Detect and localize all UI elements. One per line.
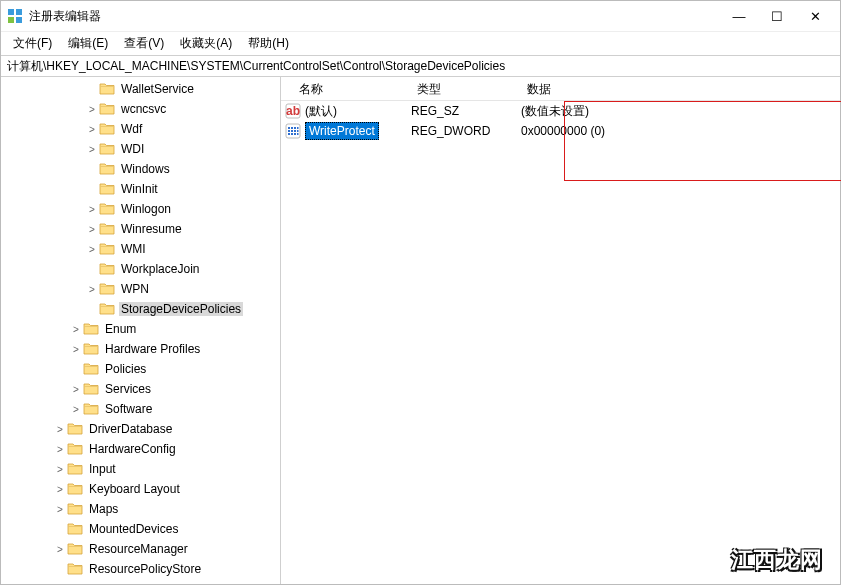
folder-icon: [67, 502, 83, 516]
folder-icon: [99, 302, 115, 316]
expander-icon[interactable]: >: [53, 464, 67, 475]
folder-icon: [83, 382, 99, 396]
value-data: 0x00000000 (0): [521, 123, 605, 139]
value-row[interactable]: ab(默认)REG_SZ(数值未设置): [281, 101, 840, 121]
tree-item[interactable]: MountedDevices: [1, 519, 280, 539]
expander-icon[interactable]: >: [85, 124, 99, 135]
folder-icon: [83, 342, 99, 356]
expander-icon[interactable]: >: [85, 244, 99, 255]
tree-item[interactable]: >WDI: [1, 139, 280, 159]
svg-text:ab: ab: [286, 104, 300, 118]
dword-value-icon: [285, 123, 301, 139]
expander-icon[interactable]: >: [69, 384, 83, 395]
tree-label: Wdf: [119, 122, 144, 136]
column-type[interactable]: 类型: [411, 77, 521, 100]
tree-label: ResourceManager: [87, 542, 190, 556]
tree-item[interactable]: >Maps: [1, 499, 280, 519]
folder-icon: [83, 362, 99, 376]
menu-file[interactable]: 文件(F): [5, 33, 60, 54]
tree-label: DriverDatabase: [87, 422, 174, 436]
value-name: WriteProtect: [305, 122, 379, 140]
menubar: 文件(F) 编辑(E) 查看(V) 收藏夹(A) 帮助(H): [1, 31, 840, 55]
minimize-button[interactable]: —: [720, 1, 758, 31]
menu-edit[interactable]: 编辑(E): [60, 33, 116, 54]
tree-item[interactable]: WalletService: [1, 79, 280, 99]
titlebar[interactable]: 注册表编辑器 — ☐ ✕: [1, 1, 840, 31]
folder-icon: [99, 142, 115, 156]
svg-rect-17: [294, 133, 296, 135]
tree-label: Hardware Profiles: [103, 342, 202, 356]
column-data[interactable]: 数据: [521, 77, 840, 100]
string-value-icon: ab: [285, 103, 301, 119]
window-title: 注册表编辑器: [29, 8, 720, 25]
menu-favorites[interactable]: 收藏夹(A): [172, 33, 240, 54]
tree-label: WDI: [119, 142, 146, 156]
expander-icon[interactable]: >: [85, 204, 99, 215]
tree-item[interactable]: WinInit: [1, 179, 280, 199]
tree-item[interactable]: Windows: [1, 159, 280, 179]
tree-item[interactable]: >ResourceManager: [1, 539, 280, 559]
tree-item[interactable]: >Software: [1, 399, 280, 419]
folder-icon: [67, 462, 83, 476]
expander-icon[interactable]: >: [53, 504, 67, 515]
folder-icon: [67, 442, 83, 456]
values-list: 名称 类型 数据 ab(默认)REG_SZ(数值未设置)WriteProtect…: [281, 77, 840, 584]
expander-icon[interactable]: >: [85, 284, 99, 295]
tree-label: Winresume: [119, 222, 184, 236]
registry-tree[interactable]: WalletService>wcncsvc>Wdf>WDIWindowsWinI…: [1, 77, 280, 584]
expander-icon[interactable]: >: [85, 104, 99, 115]
value-row[interactable]: WriteProtectREG_DWORD0x00000000 (0): [281, 121, 840, 141]
tree-item[interactable]: >Keyboard Layout: [1, 479, 280, 499]
svg-rect-2: [8, 17, 14, 23]
svg-rect-16: [291, 133, 293, 135]
tree-label: Software: [103, 402, 154, 416]
folder-icon: [99, 102, 115, 116]
folder-icon: [99, 262, 115, 276]
tree-label: WMI: [119, 242, 148, 256]
tree-item[interactable]: ResourcePolicyStore: [1, 559, 280, 579]
svg-rect-12: [291, 130, 293, 132]
value-name: (默认): [305, 104, 337, 118]
tree-label: Maps: [87, 502, 120, 516]
tree-item[interactable]: >Services: [1, 379, 280, 399]
address-bar[interactable]: 计算机\HKEY_LOCAL_MACHINE\SYSTEM\CurrentCon…: [1, 55, 840, 77]
folder-icon: [99, 202, 115, 216]
tree-item[interactable]: WorkplaceJoin: [1, 259, 280, 279]
folder-icon: [67, 422, 83, 436]
expander-icon[interactable]: >: [69, 324, 83, 335]
svg-rect-1: [16, 9, 22, 15]
tree-item[interactable]: >WMI: [1, 239, 280, 259]
expander-icon[interactable]: >: [53, 544, 67, 555]
expander-icon[interactable]: >: [85, 144, 99, 155]
close-button[interactable]: ✕: [796, 1, 834, 31]
menu-help[interactable]: 帮助(H): [240, 33, 297, 54]
expander-icon[interactable]: >: [53, 444, 67, 455]
tree-item[interactable]: >wcncsvc: [1, 99, 280, 119]
column-name[interactable]: 名称: [281, 77, 411, 100]
expander-icon[interactable]: >: [69, 344, 83, 355]
tree-item[interactable]: >Input: [1, 459, 280, 479]
folder-icon: [67, 542, 83, 556]
tree-item[interactable]: >HardwareConfig: [1, 439, 280, 459]
tree-item[interactable]: >WPN: [1, 279, 280, 299]
expander-icon[interactable]: >: [53, 424, 67, 435]
tree-item[interactable]: Policies: [1, 359, 280, 379]
folder-icon: [83, 322, 99, 336]
expander-icon[interactable]: >: [69, 404, 83, 415]
tree-item[interactable]: >Wdf: [1, 119, 280, 139]
tree-item[interactable]: StorageDevicePolicies: [1, 299, 280, 319]
tree-item[interactable]: >Winresume: [1, 219, 280, 239]
folder-icon: [99, 242, 115, 256]
tree-item[interactable]: >DriverDatabase: [1, 419, 280, 439]
menu-view[interactable]: 查看(V): [116, 33, 172, 54]
expander-icon[interactable]: >: [53, 484, 67, 495]
maximize-button[interactable]: ☐: [758, 1, 796, 31]
tree-item[interactable]: >Enum: [1, 319, 280, 339]
tree-item[interactable]: >Winlogon: [1, 199, 280, 219]
folder-icon: [99, 222, 115, 236]
list-header: 名称 类型 数据: [281, 77, 840, 101]
tree-item[interactable]: >Hardware Profiles: [1, 339, 280, 359]
expander-icon[interactable]: >: [85, 224, 99, 235]
folder-icon: [67, 562, 83, 576]
svg-rect-14: [297, 130, 299, 132]
